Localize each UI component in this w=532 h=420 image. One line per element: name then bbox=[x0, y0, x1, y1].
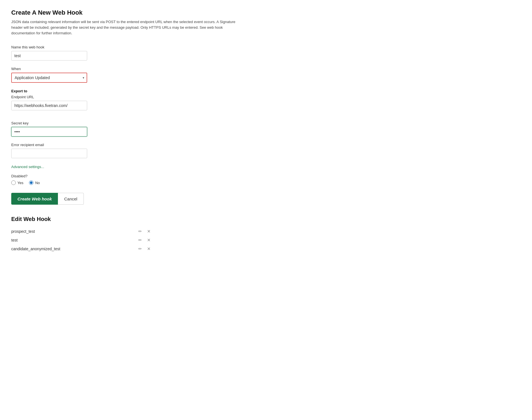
edit-section-title: Edit Web Hook bbox=[11, 216, 242, 222]
radio-yes[interactable] bbox=[11, 180, 16, 185]
when-select-wrapper: Application Updated Application Created … bbox=[11, 73, 87, 83]
create-webhook-form: Name this web hook When Application Upda… bbox=[11, 45, 242, 205]
webhook-row-name: test bbox=[11, 238, 137, 242]
secret-key-field-group: Secret key bbox=[11, 121, 242, 137]
name-field-group: Name this web hook bbox=[11, 45, 242, 61]
edit-webhook-button[interactable]: ✏ bbox=[137, 229, 143, 234]
delete-webhook-button[interactable]: ✕ bbox=[146, 237, 152, 243]
cancel-button[interactable]: Cancel bbox=[58, 193, 84, 205]
name-input[interactable] bbox=[11, 51, 87, 61]
table-row: candidate_anonymized_test ✏ ✕ bbox=[11, 244, 152, 253]
webhook-row-name: candidate_anonymized_test bbox=[11, 247, 137, 251]
endpoint-input[interactable] bbox=[11, 101, 87, 110]
webhook-row-name: prospect_test bbox=[11, 229, 137, 234]
radio-yes-label: Yes bbox=[17, 181, 23, 185]
edit-webhook-table: prospect_test ✏ ✕ test ✏ ✕ candidate_ano… bbox=[11, 227, 152, 253]
error-email-field-group: Error recipient email bbox=[11, 143, 242, 158]
disabled-radio-group: Yes No bbox=[11, 180, 242, 185]
create-webhook-button[interactable]: Create Web hook bbox=[11, 193, 58, 205]
webhook-row-actions: ✏ ✕ bbox=[137, 237, 152, 243]
when-field-group: When Application Updated Application Cre… bbox=[11, 67, 242, 83]
export-to-group: Export to Endpoint URL bbox=[11, 89, 242, 115]
edit-webhook-section: Edit Web Hook prospect_test ✏ ✕ test ✏ ✕… bbox=[11, 216, 242, 253]
disabled-section: Disabled? Yes No bbox=[11, 174, 242, 185]
name-label: Name this web hook bbox=[11, 45, 242, 49]
radio-no[interactable] bbox=[29, 180, 33, 185]
secret-key-label: Secret key bbox=[11, 121, 242, 125]
edit-webhook-button[interactable]: ✏ bbox=[137, 237, 143, 243]
webhook-row-actions: ✏ ✕ bbox=[137, 246, 152, 251]
page-description: JSON data containing relevant informatio… bbox=[11, 19, 242, 36]
radio-no-label: No bbox=[35, 181, 40, 185]
when-select[interactable]: Application Updated Application Created … bbox=[11, 73, 87, 83]
error-email-input[interactable] bbox=[11, 149, 87, 158]
error-email-label: Error recipient email bbox=[11, 143, 242, 147]
radio-yes-option[interactable]: Yes bbox=[11, 180, 23, 185]
when-label: When bbox=[11, 67, 242, 71]
table-row: test ✏ ✕ bbox=[11, 236, 152, 244]
secret-key-input[interactable] bbox=[11, 127, 87, 137]
export-to-label: Export to bbox=[11, 89, 242, 93]
page-title: Create A New Web Hook bbox=[11, 9, 242, 16]
edit-webhook-button[interactable]: ✏ bbox=[137, 246, 143, 251]
webhook-row-actions: ✏ ✕ bbox=[137, 229, 152, 234]
endpoint-label: Endpoint URL bbox=[11, 95, 242, 99]
advanced-settings-link[interactable]: Advanced settings... bbox=[11, 165, 44, 169]
delete-webhook-button[interactable]: ✕ bbox=[146, 246, 152, 251]
radio-no-option[interactable]: No bbox=[29, 180, 40, 185]
delete-webhook-button[interactable]: ✕ bbox=[146, 229, 152, 234]
form-buttons: Create Web hook Cancel bbox=[11, 193, 242, 205]
disabled-label: Disabled? bbox=[11, 174, 242, 178]
table-row: prospect_test ✏ ✕ bbox=[11, 227, 152, 236]
